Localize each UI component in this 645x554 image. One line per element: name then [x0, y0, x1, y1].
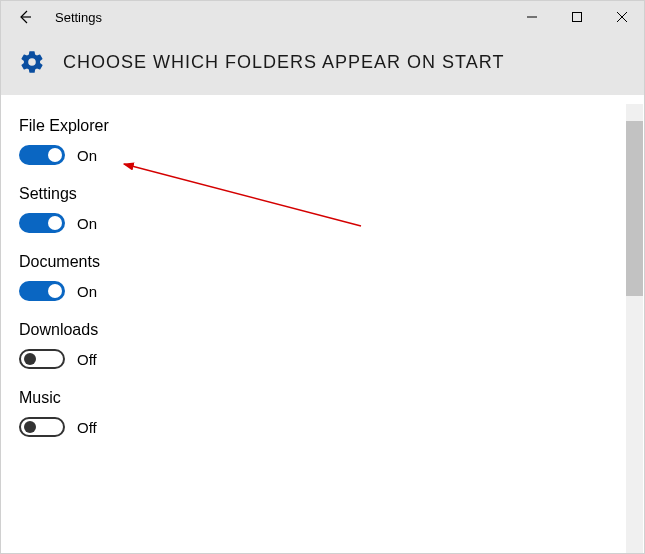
setting-label: Documents: [19, 253, 644, 271]
minimize-icon: [527, 12, 537, 22]
svg-rect-2: [572, 13, 581, 22]
gear-icon: [19, 49, 45, 75]
titlebar: Settings: [1, 1, 644, 33]
setting-label: Settings: [19, 185, 644, 203]
setting-music: Music Off: [19, 389, 644, 437]
back-button[interactable]: [7, 1, 43, 33]
maximize-button[interactable]: [554, 1, 599, 33]
maximize-icon: [572, 12, 582, 22]
settings-list: File Explorer On Settings On Documents O…: [1, 95, 644, 437]
toggle-state-text: On: [77, 283, 97, 300]
setting-downloads: Downloads Off: [19, 321, 644, 369]
back-arrow-icon: [16, 8, 34, 26]
minimize-button[interactable]: [509, 1, 554, 33]
setting-label: Music: [19, 389, 644, 407]
toggle-state-text: Off: [77, 419, 97, 436]
window-controls: [509, 1, 644, 33]
toggle-music[interactable]: [19, 417, 65, 437]
toggle-state-text: Off: [77, 351, 97, 368]
setting-label: Downloads: [19, 321, 644, 339]
toggle-downloads[interactable]: [19, 349, 65, 369]
toggle-file-explorer[interactable]: [19, 145, 65, 165]
setting-label: File Explorer: [19, 117, 644, 135]
toggle-settings[interactable]: [19, 213, 65, 233]
setting-documents: Documents On: [19, 253, 644, 301]
scrollbar-thumb[interactable]: [626, 121, 643, 296]
close-button[interactable]: [599, 1, 644, 33]
setting-file-explorer: File Explorer On: [19, 117, 644, 165]
page-header: CHOOSE WHICH FOLDERS APPEAR ON START: [1, 33, 644, 95]
toggle-documents[interactable]: [19, 281, 65, 301]
toggle-state-text: On: [77, 147, 97, 164]
close-icon: [617, 12, 627, 22]
toggle-state-text: On: [77, 215, 97, 232]
window-title: Settings: [55, 10, 102, 25]
page-title: CHOOSE WHICH FOLDERS APPEAR ON START: [63, 52, 504, 73]
setting-settings: Settings On: [19, 185, 644, 233]
